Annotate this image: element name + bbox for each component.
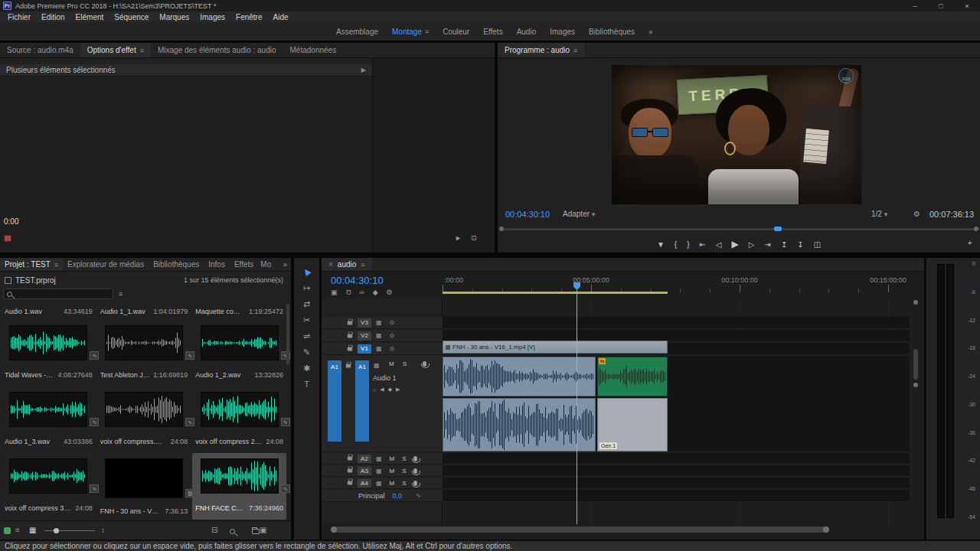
track-select-forward-tool-icon[interactable]: ↦ bbox=[303, 283, 310, 293]
nest-icon[interactable]: ▣ bbox=[331, 289, 338, 296]
step-forward-icon[interactable]: ▷ bbox=[749, 240, 755, 249]
project-item[interactable]: ∿ voix off compress 2.mp324:08 bbox=[192, 386, 286, 453]
mute-track-button[interactable]: M bbox=[390, 468, 395, 474]
close-button[interactable]: × bbox=[954, 0, 980, 11]
mute-track-button[interactable]: M bbox=[390, 480, 395, 487]
scrubber-zoom-handle-left[interactable] bbox=[499, 227, 504, 231]
video-clip-v1[interactable]: FNH - 30 ans - V16_1.mp4 [V] bbox=[443, 341, 668, 354]
sort-icons-icon[interactable]: ↕ bbox=[101, 526, 105, 534]
track-header-a3[interactable]: A3 ▦ M S bbox=[322, 465, 443, 477]
step-back-icon[interactable]: ◁ bbox=[716, 240, 722, 249]
track-header-a2[interactable]: A2 ▦ M S bbox=[322, 453, 443, 465]
mute-track-button[interactable]: M bbox=[389, 360, 394, 367]
voiceover-record-icon[interactable] bbox=[413, 456, 417, 461]
track-header-a1[interactable]: A1 A1 ▦ M S Audio 1 ○ ◀ ◆ ▶ bbox=[322, 356, 443, 452]
audio-clip-ch1[interactable] bbox=[443, 357, 596, 396]
project-scrollbar[interactable] bbox=[286, 304, 289, 365]
fit-dropdown[interactable]: Adapter ▾ bbox=[563, 210, 595, 218]
toggle-track-output-icon[interactable]: ⊙ bbox=[390, 332, 395, 339]
tab-effects[interactable]: Effets bbox=[230, 258, 258, 271]
track-lane-master[interactable] bbox=[443, 490, 910, 502]
timeline-vscroll-thumb[interactable] bbox=[913, 349, 918, 380]
keyframe-toggle-icon[interactable]: ○ bbox=[373, 387, 376, 393]
hscroll-zoom-handle-right[interactable] bbox=[823, 527, 829, 533]
workspace-montage[interactable]: Montage ≡ bbox=[385, 22, 436, 41]
export-frame-icon[interactable]: ◫ bbox=[814, 240, 821, 249]
list-view-icon[interactable]: ≡ bbox=[15, 526, 20, 534]
lock-icon[interactable] bbox=[348, 469, 352, 473]
hand-tool-icon[interactable]: ✱ bbox=[303, 364, 310, 373]
track-settings-icon[interactable]: ▦ bbox=[376, 332, 382, 339]
voiceover-record-icon[interactable] bbox=[413, 468, 417, 474]
pen-tool-icon[interactable]: ✎ bbox=[303, 347, 310, 357]
multiple-clips-header[interactable]: Plusieurs éléments sélectionnés ▶ bbox=[0, 64, 372, 77]
project-item-video[interactable]: ▥ FNH - 30 ans - V16_1...7:36:13 bbox=[97, 453, 191, 520]
project-search-box[interactable] bbox=[3, 289, 113, 299]
menu-images[interactable]: Images bbox=[194, 13, 230, 21]
program-timecode[interactable]: 00:04:30:10 bbox=[505, 210, 550, 219]
timeline-vscroll-track[interactable] bbox=[913, 298, 919, 525]
audio-clip-green[interactable]: fx bbox=[597, 357, 668, 396]
menu-aide[interactable]: Aide bbox=[268, 13, 294, 21]
workspace-assemblage[interactable]: Assemblage bbox=[329, 22, 385, 41]
tab-metadata[interactable]: Métadonnées bbox=[283, 43, 344, 57]
lock-icon[interactable] bbox=[346, 364, 351, 368]
scrubber-zoom-handle-right[interactable] bbox=[974, 227, 978, 231]
add-marker-icon[interactable]: ◆ bbox=[373, 289, 378, 296]
new-item-icon[interactable]: ▣ bbox=[260, 526, 266, 534]
solo-track-button[interactable]: S bbox=[403, 360, 407, 367]
panel-menu-icon[interactable]: ≡ bbox=[361, 261, 364, 269]
menu-fenetre[interactable]: Fenêtre bbox=[230, 13, 267, 21]
zoom-slider-track[interactable] bbox=[44, 530, 95, 531]
tab-source-monitor[interactable]: Source : audio.m4a bbox=[0, 43, 80, 57]
track-header-v1[interactable]: V1 ▦ ⊙ bbox=[322, 343, 443, 355]
track-settings-icon[interactable]: ▦ bbox=[376, 319, 382, 326]
menu-element[interactable]: Elément bbox=[70, 13, 109, 21]
lock-icon[interactable] bbox=[348, 481, 352, 485]
project-item[interactable]: ∿ voix off compress 3.mp324:08 bbox=[2, 453, 96, 520]
workspace-images[interactable]: Images bbox=[543, 22, 582, 41]
track-target-a4[interactable]: A4 bbox=[358, 479, 371, 487]
solo-track-button[interactable]: S bbox=[402, 480, 406, 487]
workspace-menu-icon[interactable]: ≡ bbox=[425, 28, 429, 35]
linked-selection-icon[interactable]: ∞ bbox=[359, 289, 364, 296]
track-target-a3[interactable]: A3 bbox=[358, 467, 371, 475]
keyframe-next-icon[interactable]: ▶ bbox=[396, 386, 400, 393]
voiceover-record-icon[interactable] bbox=[413, 481, 417, 486]
track-header-v2[interactable]: V2 ▦ ⊙ bbox=[322, 330, 443, 342]
project-item[interactable]: ∿ Tidal Waves - Co...4:08:27648 bbox=[2, 320, 96, 386]
tab-program-monitor[interactable]: Programme : audio ≡ bbox=[498, 43, 584, 57]
project-item[interactable]: Maquette compo Jé...1:19:25472 bbox=[192, 302, 286, 320]
keyframe-prev-icon[interactable]: ◀ bbox=[380, 386, 384, 393]
track-lane-a3[interactable] bbox=[443, 465, 910, 477]
lock-icon[interactable] bbox=[348, 334, 352, 337]
razor-tool-icon[interactable]: ✂ bbox=[303, 315, 310, 325]
solo-track-button[interactable]: S bbox=[402, 455, 406, 462]
slip-tool-icon[interactable]: ⇌ bbox=[303, 331, 310, 341]
timeline-track-area[interactable]: FNH - 30 ans - V16_1.mp4 [V] fx Gen.1 bbox=[443, 298, 910, 525]
workspace-bibliotheques[interactable]: Bibliothèques bbox=[582, 22, 642, 41]
panel-menu-icon[interactable]: ≡ bbox=[54, 261, 58, 269]
track-lane-v3[interactable] bbox=[443, 317, 910, 329]
track-settings-icon[interactable]: ▦ bbox=[376, 455, 382, 462]
tab-media-browser[interactable]: Explorateur de médias bbox=[63, 258, 149, 271]
timeline-hscroll-thumb[interactable] bbox=[333, 527, 827, 533]
clip-color-swatch[interactable] bbox=[4, 235, 11, 242]
master-volume-value[interactable]: 0,0 bbox=[393, 492, 403, 500]
panel-menu-icon[interactable]: ≡ bbox=[573, 47, 577, 54]
project-item[interactable]: ∿ Audio 1_2.wav13:32826 bbox=[192, 320, 286, 386]
program-video-frame[interactable]: TERRE 2018 bbox=[612, 65, 861, 204]
filter-bin-icon[interactable]: ≡ bbox=[119, 290, 122, 298]
tab-markers[interactable]: Mo bbox=[258, 258, 273, 271]
track-target-v2[interactable]: V2 bbox=[358, 331, 371, 341]
keyframe-add-icon[interactable]: ◆ bbox=[388, 386, 392, 393]
playhead-line[interactable] bbox=[577, 290, 577, 524]
solo-track-button[interactable]: S bbox=[402, 468, 406, 474]
timeline-timecode[interactable]: 00:04:30:10 bbox=[331, 275, 384, 286]
timeline-hscroll-track[interactable] bbox=[322, 525, 924, 534]
zoom-slider-handle[interactable] bbox=[54, 528, 59, 533]
mute-track-button[interactable]: M bbox=[390, 455, 395, 462]
tab-timeline-audio[interactable]: × audio ≡ bbox=[322, 258, 372, 271]
program-playhead[interactable] bbox=[774, 227, 782, 231]
workspace-audio[interactable]: Audio bbox=[510, 22, 544, 41]
